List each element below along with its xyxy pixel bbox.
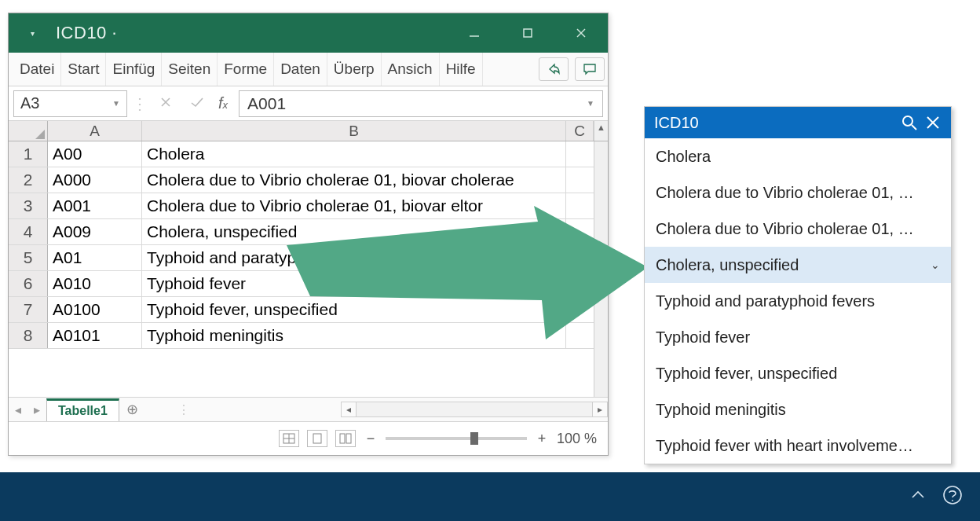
formula-bar[interactable]: A001 ▼ (239, 90, 603, 117)
list-item-label: Cholera, unspecified (656, 256, 799, 274)
row-header[interactable]: 7 (9, 297, 48, 322)
row-header[interactable]: 2 (9, 167, 48, 193)
list-item[interactable]: Typhoid fever, unspecified (645, 355, 951, 391)
list-item[interactable]: Typhoid meningitis (645, 391, 951, 427)
close-panel-button[interactable] (921, 115, 945, 130)
vertical-scrollbar-track[interactable] (594, 141, 608, 397)
vertical-scrollbar[interactable]: ▲ (594, 121, 608, 141)
cell[interactable]: Cholera (142, 141, 566, 167)
cell[interactable]: A00 (48, 141, 142, 167)
page-icon (311, 433, 324, 444)
ribbon-tab-einfuegen[interactable]: Einfüg (106, 53, 162, 86)
table-row: 4A009Cholera, unspecified (9, 219, 594, 245)
list-item[interactable]: Cholera due to Vibrio cholerae 01, … (645, 174, 951, 211)
formula-bar-row: A3 ▼ ⋮ fx A001 ▼ (9, 86, 608, 121)
ribbon-tab-formeln[interactable]: Forme (218, 53, 274, 86)
row-header[interactable]: 5 (9, 245, 48, 270)
column-header-a[interactable]: A (48, 121, 142, 141)
cell[interactable] (566, 271, 594, 296)
list-item-label: Cholera (656, 148, 711, 166)
list-item[interactable]: Typhoid and paratyphoid fevers (645, 283, 951, 319)
cell[interactable]: A010 (48, 271, 142, 296)
sheet-nav-prev[interactable]: ◂ (9, 402, 27, 417)
sheet-tab-bar: ◂ ▸ Tabelle1 ⊕ ⋮ ◂ ▸ (9, 398, 608, 422)
chevron-down-icon[interactable]: ⌄ (931, 259, 940, 271)
share-button[interactable] (539, 57, 569, 81)
list-item[interactable]: Cholera (645, 138, 951, 174)
fx-label[interactable]: fx (215, 94, 234, 112)
ribbon-tab-datei[interactable]: Datei (9, 53, 61, 86)
qat-dropdown-icon[interactable]: ▾ (31, 29, 35, 38)
list-item[interactable]: Typhoid fever (645, 319, 951, 355)
cell[interactable]: Typhoid and paratyphoid fevers (142, 245, 566, 270)
ribbon-tab-ansicht[interactable]: Ansich (382, 53, 440, 86)
scroll-right-icon[interactable]: ▸ (592, 402, 608, 417)
close-button[interactable] (554, 13, 608, 53)
cell[interactable] (566, 297, 594, 322)
cell[interactable]: Cholera due to Vibrio cholerae 01, biova… (142, 193, 566, 218)
accept-formula-button[interactable] (184, 94, 210, 112)
cell[interactable]: Typhoid meningitis (142, 323, 566, 348)
row-header[interactable]: 8 (9, 323, 48, 348)
search-button[interactable] (898, 115, 921, 130)
view-normal-button[interactable] (279, 430, 299, 447)
table-row: 7A0100Typhoid fever, unspecified (9, 297, 594, 323)
ribbon-tab-hilfe[interactable]: Hilfe (440, 53, 483, 86)
zoom-slider[interactable] (386, 437, 527, 440)
cell[interactable]: A0101 (48, 323, 142, 348)
zoom-out-button[interactable]: − (364, 431, 378, 447)
break-icon (339, 433, 352, 444)
minimize-icon (468, 27, 481, 39)
column-header-b[interactable]: B (142, 121, 566, 141)
row-header[interactable]: 3 (9, 193, 48, 218)
column-header-c[interactable]: C (566, 121, 594, 141)
scroll-left-icon[interactable]: ◂ (341, 402, 357, 417)
cell[interactable]: Typhoid fever, unspecified (142, 297, 566, 322)
help-button[interactable] (942, 485, 963, 508)
zoom-in-button[interactable]: + (535, 431, 549, 447)
ribbon-tab-daten[interactable]: Daten (274, 53, 327, 86)
maximize-button[interactable] (501, 13, 554, 53)
list-item[interactable]: Cholera due to Vibrio cholerae 01, … (645, 211, 951, 247)
ribbon-tab-ueberpruefen[interactable]: Überp (327, 53, 382, 86)
list-item-label: Typhoid meningitis (656, 401, 786, 419)
view-page-break-button[interactable] (335, 430, 356, 447)
sheet-tab[interactable]: Tabelle1 (46, 398, 119, 421)
collapse-button[interactable] (909, 486, 927, 507)
row-header[interactable]: 6 (9, 271, 48, 296)
zoom-level[interactable]: 100 % (557, 431, 597, 447)
sheet-nav-next[interactable]: ▸ (27, 402, 46, 417)
cell[interactable]: A01 (48, 245, 142, 270)
cell[interactable] (566, 245, 594, 270)
cell[interactable]: A0100 (48, 297, 142, 322)
cell[interactable] (566, 193, 594, 218)
ribbon-tab-start[interactable]: Start (61, 53, 106, 86)
cell[interactable]: Cholera, unspecified (142, 219, 566, 244)
cell[interactable]: A009 (48, 219, 142, 244)
view-page-layout-button[interactable] (307, 430, 327, 447)
list-item[interactable]: Typhoid fever with heart involveme… (645, 427, 951, 464)
cell[interactable]: Typhoid fever (142, 271, 566, 296)
minimize-button[interactable] (448, 13, 501, 53)
cell[interactable]: Cholera due to Vibrio cholerae 01, biova… (142, 167, 566, 193)
ribbon-tab-seiten[interactable]: Seiten (162, 53, 218, 86)
list-item[interactable]: Cholera, unspecified⌄ (645, 247, 951, 283)
cell[interactable]: A001 (48, 193, 142, 218)
cell[interactable] (566, 167, 594, 193)
row-header[interactable]: 1 (9, 141, 48, 167)
name-box[interactable]: A3 ▼ (13, 90, 127, 117)
chevron-down-icon[interactable]: ▼ (112, 99, 120, 108)
quick-access-toolbar[interactable]: ▾ (9, 29, 56, 38)
select-all-corner[interactable] (9, 121, 48, 141)
chevron-down-icon[interactable]: ▼ (587, 99, 594, 108)
cancel-formula-button[interactable] (152, 94, 179, 112)
row-header[interactable]: 4 (9, 219, 48, 244)
horizontal-scrollbar[interactable]: ◂ ▸ (341, 402, 608, 417)
cell[interactable]: A000 (48, 167, 142, 193)
scroll-up-icon[interactable]: ▲ (597, 121, 605, 134)
comments-button[interactable] (575, 57, 605, 81)
cell[interactable] (566, 219, 594, 244)
cell[interactable] (566, 141, 594, 167)
add-sheet-button[interactable]: ⊕ (119, 401, 146, 418)
cell[interactable] (566, 323, 594, 348)
